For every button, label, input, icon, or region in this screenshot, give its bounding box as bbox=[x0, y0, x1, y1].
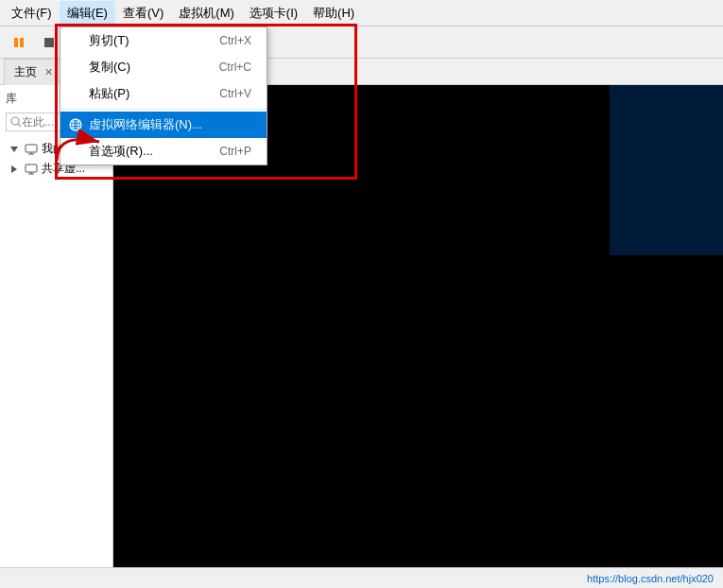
menu-item-paste-shortcut: Ctrl+V bbox=[219, 87, 251, 100]
menu-item-prefs-shortcut: Ctrl+P bbox=[219, 145, 251, 158]
menu-edit[interactable]: 编辑(E) bbox=[60, 1, 115, 26]
svg-rect-19 bbox=[26, 145, 37, 152]
svg-line-17 bbox=[18, 124, 21, 127]
menu-tabs[interactable]: 选项卡(I) bbox=[242, 1, 305, 26]
search-icon bbox=[10, 116, 22, 128]
pause-button[interactable] bbox=[6, 30, 32, 55]
svg-rect-23 bbox=[26, 164, 37, 172]
tab-home-close[interactable]: ✕ bbox=[43, 66, 55, 78]
expand-icon-2 bbox=[8, 163, 21, 176]
computer-icon bbox=[25, 144, 38, 155]
svg-marker-22 bbox=[11, 165, 17, 173]
menu-item-copy-label: 复制(C) bbox=[89, 59, 130, 76]
menu-item-cut-shortcut: Ctrl+X bbox=[219, 34, 251, 47]
svg-point-16 bbox=[11, 117, 19, 125]
menu-item-cut-label: 剪切(T) bbox=[89, 32, 129, 49]
globe-icon bbox=[68, 117, 83, 132]
menu-help[interactable]: 帮助(H) bbox=[305, 1, 362, 26]
menu-item-vnet-label: 虚拟网络编辑器(N)... bbox=[89, 116, 202, 133]
menu-item-copy[interactable]: 复制(C) Ctrl+C bbox=[60, 54, 267, 80]
menu-item-prefs-label: 首选项(R)... bbox=[89, 143, 153, 160]
menu-item-paste-label: 粘贴(P) bbox=[89, 85, 129, 102]
menu-item-copy-shortcut: Ctrl+C bbox=[219, 61, 251, 74]
edit-dropdown-menu: 剪切(T) Ctrl+X 复制(C) Ctrl+C 粘贴(P) Ctrl+V bbox=[60, 26, 267, 165]
svg-rect-1 bbox=[20, 38, 24, 47]
menu-view[interactable]: 查看(V) bbox=[115, 1, 171, 26]
menu-separator bbox=[60, 109, 267, 110]
statusbar: https://blog.csdn.net/hjx020 bbox=[0, 567, 723, 588]
svg-rect-0 bbox=[14, 38, 18, 47]
shared-icon bbox=[25, 164, 38, 175]
expand-icon bbox=[8, 143, 21, 156]
tab-home[interactable]: 主页 ✕ bbox=[4, 59, 65, 85]
svg-rect-2 bbox=[44, 38, 54, 47]
menu-item-vnet[interactable]: 虚拟网络编辑器(N)... bbox=[60, 112, 267, 138]
tab-home-label: 主页 bbox=[14, 64, 37, 80]
menu-item-prefs[interactable]: 首选项(R)... Ctrl+P bbox=[60, 138, 267, 164]
menu-file[interactable]: 文件(F) bbox=[4, 1, 60, 26]
menu-item-paste[interactable]: 粘贴(P) Ctrl+V bbox=[60, 80, 267, 107]
status-url: https://blog.csdn.net/hjx020 bbox=[587, 573, 714, 584]
stop-button[interactable] bbox=[36, 30, 62, 55]
menubar: 文件(F) 编辑(E) 查看(V) 虚拟机(M) 选项卡(I) 帮助(H) bbox=[0, 0, 723, 26]
menu-item-cut[interactable]: 剪切(T) Ctrl+X bbox=[60, 27, 267, 54]
menu-vm[interactable]: 虚拟机(M) bbox=[171, 1, 242, 26]
svg-marker-18 bbox=[10, 147, 18, 152]
vm-screen-corner bbox=[610, 85, 723, 255]
